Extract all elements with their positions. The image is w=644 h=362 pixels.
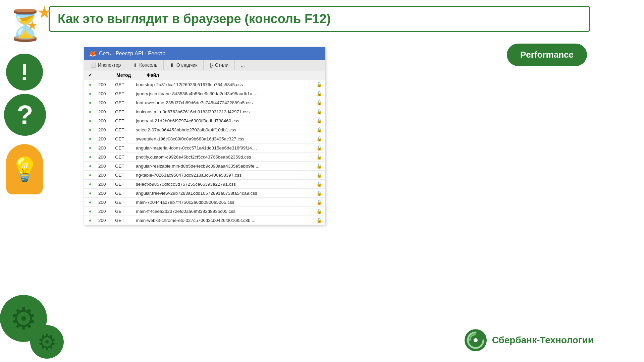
status-code: 200: [96, 126, 113, 134]
table-row: ● 200 GET bootstrap-2a31dca112f26923b516…: [84, 80, 325, 89]
status-code: 200: [96, 198, 113, 206]
status-code: 200: [96, 171, 113, 179]
tab-debugger[interactable]: ⏸ Отладчик: [164, 60, 204, 70]
page-title: Как это выглядит в браузере (консоль F12…: [58, 12, 331, 26]
status-dot: ●: [84, 116, 96, 125]
sberbank-name: Сбербанк-Технологии: [492, 335, 594, 346]
status-dot: ●: [84, 153, 96, 161]
http-method: GET: [113, 153, 133, 161]
file-name: bootstrap-2a31dca112f26923b51676cb764c58…: [133, 80, 313, 89]
lock-icon: 🔒: [313, 80, 325, 89]
table-header: ✓ Метод Файл: [84, 70, 325, 80]
debugger-label: Отладчик: [176, 62, 197, 68]
status-code: 200: [96, 89, 113, 98]
browser-tabs: ⬜ Инспектор ⬆ Консоль ⏸ Отладчик {} Стил…: [84, 60, 325, 70]
status-code: 200: [96, 108, 113, 116]
http-method: GET: [113, 144, 133, 152]
http-method: GET: [113, 80, 133, 89]
table-row: ● 200 GET select-b98570dfdcc3d757255ce66…: [84, 180, 325, 189]
status-code: 200: [96, 99, 113, 107]
table-row: ● 200 GET angular.treeview-29b7283a1cdd1…: [84, 189, 325, 198]
lock-icon: 🔒: [313, 107, 325, 116]
lock-icon: 🔒: [313, 162, 325, 170]
tab-console[interactable]: ⬆ Консоль: [127, 60, 164, 70]
http-method: GET: [113, 89, 133, 98]
browser-title: Сеть - Реестр API - Реестр: [99, 51, 165, 57]
http-method: GET: [113, 162, 133, 170]
table-row: ● 200 GET font-awesome-235d37cb89d6de7c7…: [84, 98, 325, 107]
status-dot: ●: [84, 216, 96, 225]
lock-icon: 🔒: [313, 116, 325, 125]
table-row: ● 200 GET main-700444a279b7f4750c2a6db08…: [84, 198, 325, 207]
star-icon-2: ★: [27, 18, 38, 33]
status-dot: ●: [84, 89, 96, 98]
console-icon: ⬆: [133, 62, 137, 68]
network-table-body: ● 200 GET bootstrap-2a31dca112f26923b516…: [84, 80, 325, 225]
status-code: 200: [96, 207, 113, 216]
status-code: 200: [96, 144, 113, 152]
file-name: pnotify.custom-c9926e46bcf2cf5cc43765bea…: [133, 153, 313, 161]
http-method: GET: [113, 216, 133, 225]
table-row: ● 200 GET main-webkit-chrome-etc-027c570…: [84, 216, 325, 225]
col-header-file: Файл: [143, 70, 313, 80]
http-method: GET: [113, 189, 133, 197]
table-row: ● 200 GET select2-97ac964453bbbde2702afb…: [84, 125, 325, 134]
http-method: GET: [113, 198, 133, 206]
lock-icon: 🔒: [313, 89, 325, 98]
styles-icon: {}: [210, 62, 213, 68]
svg-point-1: [474, 338, 478, 342]
styles-label: Стили: [215, 62, 228, 68]
http-method: GET: [113, 135, 133, 143]
lock-icon: 🔒: [313, 98, 325, 107]
table-row: ● 200 GET jquery.jscrollpane-8d3536a4b55…: [84, 89, 325, 98]
http-method: GET: [113, 108, 133, 116]
status-dot: ●: [84, 107, 96, 116]
question-icon: ?: [4, 94, 46, 136]
header-box: Как это выглядит в браузере (консоль F12…: [49, 6, 590, 32]
file-name: jquery-ui-21d2b0b6f97974c6300ff0edbd7384…: [133, 117, 313, 125]
exclamation-icon: !: [6, 54, 43, 90]
performance-badge: Performance: [507, 44, 587, 66]
status-code: 200: [96, 216, 113, 225]
status-code: 200: [96, 162, 113, 170]
col-header-method: Метод: [113, 70, 143, 80]
col-header-check: ✓: [84, 70, 96, 80]
tab-inspector[interactable]: ⬜ Инспектор: [84, 60, 127, 70]
http-method: GET: [113, 99, 133, 107]
http-method: GET: [113, 207, 133, 216]
tab-styles[interactable]: {} Стили: [204, 60, 235, 70]
table-row: ● 200 GET jquery-ui-21d2b0b6f97974c6300f…: [84, 116, 325, 125]
col-header-lock: [313, 70, 325, 80]
status-dot: ●: [84, 207, 96, 216]
file-name: select-b98570dfdcc3d757255ce66393a22791.…: [133, 180, 313, 188]
lock-icon: 🔒: [313, 134, 325, 143]
status-dot: ●: [84, 162, 96, 170]
file-name: angular-resizable.min-d8b5de4ecb9c398aaa…: [133, 162, 313, 170]
status-code: 200: [96, 153, 113, 161]
file-name: angular.treeview-29b7283a1cdd16572891a07…: [133, 189, 313, 197]
lock-icon: 🔒: [313, 180, 325, 188]
table-row: ● 200 GET main-ff-fceea2d2372efd0aa69f83…: [84, 207, 325, 216]
status-dot: ●: [84, 171, 96, 179]
status-code: 200: [96, 117, 113, 125]
table-row: ● 200 GET angular-material-icons-0ccc571…: [84, 143, 325, 153]
status-dot: ●: [84, 143, 96, 152]
lock-icon: 🔒: [313, 171, 325, 179]
status-code: 200: [96, 189, 113, 197]
table-row: ● 200 GET ionicons.min-0d6763b67616cb918…: [84, 107, 325, 116]
http-method: GET: [113, 117, 133, 125]
table-row: ● 200 GET angular-resizable.min-d8b5de4e…: [84, 162, 325, 171]
status-dot: ●: [84, 134, 96, 143]
file-name: ng-table-70263ac950473dc9218a3c6406e5839…: [133, 171, 313, 179]
status-dot: ●: [84, 180, 96, 188]
lock-icon: 🔒: [313, 153, 325, 161]
table-row: ● 200 GET pnotify.custom-c9926e46bcf2cf5…: [84, 153, 325, 162]
file-name: select2-97ac964453bbbde2702afb0a4ff10db1…: [133, 126, 313, 134]
file-name: ionicons.min-0d6763b67616cb9183f3931313d…: [133, 108, 313, 116]
tab-more[interactable]: ...: [235, 60, 251, 70]
lock-icon: 🔒: [313, 189, 325, 197]
table-row: ● 200 GET sweetalert-196c08c89f0c8a9b688…: [84, 134, 325, 143]
status-dot: ●: [84, 98, 96, 107]
status-dot: ●: [84, 189, 96, 197]
http-method: GET: [113, 171, 133, 179]
